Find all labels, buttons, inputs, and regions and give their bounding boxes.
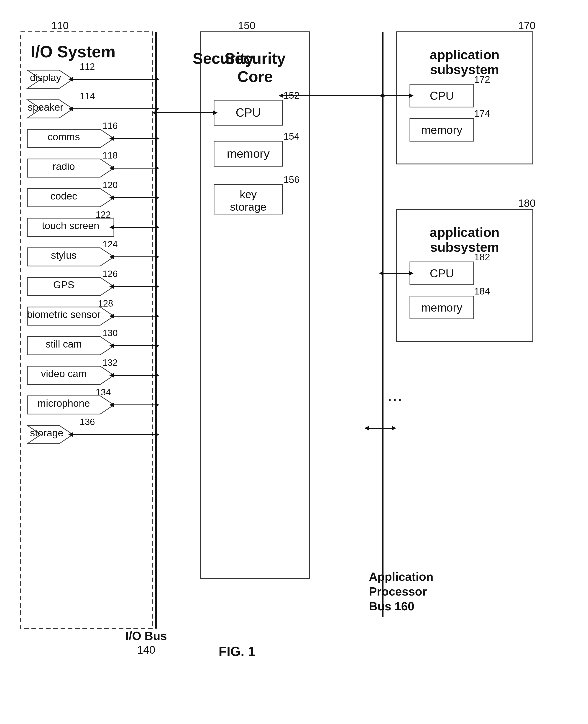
svg-rect-3	[396, 210, 533, 342]
svg-text:116: 116	[103, 121, 118, 131]
diagram-container: 110 150 170 180 I/O System Security Secu…	[14, 14, 574, 710]
svg-text:memory: memory	[421, 301, 463, 314]
svg-text:CPU: CPU	[430, 267, 454, 280]
svg-text:CPU: CPU	[236, 106, 261, 119]
svg-text:I/O System: I/O System	[31, 43, 115, 61]
svg-text:126: 126	[103, 269, 118, 279]
svg-marker-129	[409, 271, 414, 276]
svg-rect-24	[214, 185, 282, 214]
svg-marker-99	[155, 255, 160, 259]
svg-marker-126	[409, 93, 414, 98]
svg-marker-104	[109, 314, 114, 318]
svg-text:152: 152	[284, 90, 299, 101]
svg-text:GPS: GPS	[53, 279, 75, 290]
svg-rect-31	[410, 119, 474, 141]
svg-text:key: key	[240, 188, 257, 200]
svg-text:application: application	[430, 225, 499, 240]
svg-marker-76	[27, 425, 73, 444]
svg-marker-128	[379, 271, 383, 276]
svg-text:Core: Core	[237, 68, 273, 85]
svg-text:122: 122	[96, 210, 111, 219]
svg-marker-81	[155, 77, 160, 82]
svg-marker-132	[364, 426, 369, 430]
svg-text:subsystem: subsystem	[430, 240, 499, 254]
svg-marker-95	[109, 225, 114, 230]
svg-marker-114	[155, 403, 160, 407]
svg-rect-21	[214, 141, 282, 166]
svg-text:speaker: speaker	[28, 102, 64, 113]
svg-text:140: 140	[137, 644, 155, 656]
svg-marker-49	[27, 159, 114, 177]
svg-marker-101	[109, 284, 114, 289]
svg-text:stylus: stylus	[51, 250, 77, 261]
svg-marker-70	[27, 366, 114, 384]
svg-text:154: 154	[284, 131, 299, 142]
svg-marker-58	[27, 248, 114, 266]
svg-text:display: display	[30, 72, 61, 83]
svg-marker-107	[109, 343, 114, 348]
svg-marker-102	[155, 284, 160, 289]
svg-rect-18	[214, 100, 282, 125]
svg-text:microphone: microphone	[38, 398, 90, 409]
svg-text:comms: comms	[48, 131, 80, 142]
svg-marker-133	[392, 426, 396, 430]
svg-marker-61	[27, 277, 114, 296]
svg-marker-105	[155, 314, 160, 318]
svg-text:184: 184	[474, 286, 490, 297]
svg-rect-28	[410, 84, 474, 107]
svg-text:codec: codec	[50, 190, 77, 201]
svg-text:134: 134	[96, 387, 111, 397]
svg-text:Security: Security	[193, 50, 254, 67]
svg-text:storage: storage	[230, 201, 267, 213]
svg-text:subsystem: subsystem	[430, 62, 499, 77]
svg-text:application: application	[430, 47, 499, 62]
svg-marker-80	[68, 77, 73, 82]
svg-marker-120	[213, 110, 218, 115]
svg-text:video cam: video cam	[41, 368, 87, 379]
svg-marker-122	[279, 93, 283, 98]
svg-marker-93	[155, 195, 160, 200]
svg-marker-40	[27, 70, 73, 88]
svg-text:128: 128	[98, 298, 113, 308]
svg-text:biometric sensor: biometric sensor	[27, 309, 101, 320]
svg-marker-108	[155, 343, 160, 348]
svg-marker-119	[152, 110, 157, 115]
svg-marker-113	[109, 403, 114, 407]
svg-text:CPU: CPU	[430, 89, 454, 102]
svg-text:...: ...	[387, 384, 402, 405]
svg-marker-73	[27, 396, 114, 414]
svg-marker-67	[27, 337, 114, 355]
svg-text:112: 112	[80, 62, 95, 71]
svg-text:156: 156	[284, 174, 299, 185]
svg-text:132: 132	[103, 358, 118, 367]
svg-marker-125	[379, 93, 383, 98]
svg-marker-83	[68, 107, 73, 111]
svg-rect-1	[201, 32, 310, 578]
svg-text:Security: Security	[225, 50, 286, 67]
svg-marker-117	[155, 432, 160, 437]
svg-rect-37	[410, 296, 474, 319]
svg-marker-84	[155, 107, 160, 111]
svg-text:182: 182	[474, 252, 490, 262]
svg-marker-43	[27, 100, 73, 118]
svg-rect-34	[410, 262, 474, 285]
svg-marker-87	[155, 136, 160, 141]
svg-text:radio: radio	[52, 161, 75, 172]
svg-text:Application: Application	[369, 570, 433, 583]
svg-marker-123	[382, 93, 386, 98]
svg-marker-90	[155, 166, 160, 170]
svg-text:still cam: still cam	[46, 338, 82, 349]
svg-text:FIG. 1: FIG. 1	[218, 644, 255, 659]
svg-rect-2	[396, 32, 533, 164]
svg-marker-52	[27, 189, 114, 207]
svg-marker-92	[109, 195, 114, 200]
svg-text:180: 180	[518, 197, 536, 209]
svg-text:172: 172	[474, 74, 490, 85]
svg-text:124: 124	[103, 239, 118, 249]
svg-marker-98	[109, 255, 114, 259]
svg-rect-0	[21, 32, 152, 629]
svg-marker-116	[68, 432, 73, 437]
svg-marker-110	[109, 373, 114, 378]
svg-text:118: 118	[103, 150, 118, 160]
svg-rect-55	[27, 218, 114, 236]
